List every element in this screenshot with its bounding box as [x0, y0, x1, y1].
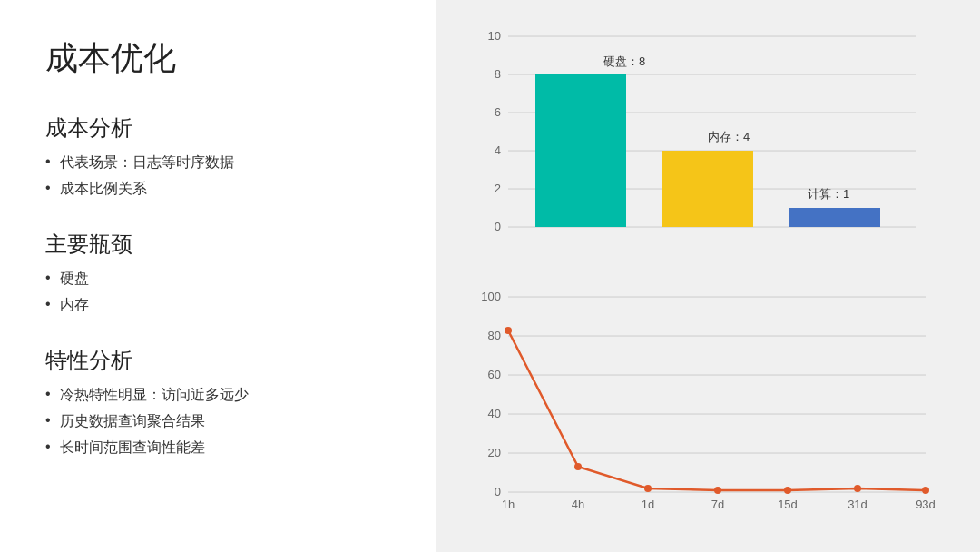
- bullet-list-1: 硬盘 内存: [45, 270, 399, 322]
- line-path: [508, 330, 926, 490]
- svg-text:4: 4: [495, 143, 501, 157]
- bullet-item: 长时间范围查询性能差: [45, 439, 399, 458]
- section-title-1: 主要瓶颈: [45, 230, 399, 259]
- left-panel: 成本优化 成本分析 代表场景：日志等时序数据 成本比例关系 主要瓶颈 硬盘 内存…: [0, 0, 436, 552]
- svg-text:计算：1: 计算：1: [808, 187, 849, 201]
- svg-text:20: 20: [488, 446, 501, 459]
- data-point: [784, 487, 791, 494]
- svg-text:60: 60: [488, 368, 501, 381]
- svg-text:10: 10: [488, 29, 501, 43]
- svg-text:1d: 1d: [642, 498, 654, 511]
- bullet-list-2: 冷热特性明显：访问近多远少 历史数据查询聚合结果 长时间范围查询性能差: [45, 386, 399, 465]
- svg-text:0: 0: [495, 485, 501, 498]
- svg-text:8: 8: [495, 67, 501, 81]
- section-title-0: 成本分析: [45, 113, 399, 143]
- bar-memory: [662, 151, 753, 227]
- svg-text:2: 2: [495, 182, 501, 195]
- bullet-item: 内存: [45, 296, 399, 315]
- bar-chart-svg: 10 8 6 4 2 0 硬盘：8 内存：4 计算：1: [463, 18, 953, 254]
- svg-text:1h: 1h: [502, 498, 514, 511]
- line-chart-svg: 100 80 60 40 20 0 1h 4h 1d 7d 15d 31d 93…: [463, 283, 953, 519]
- svg-text:100: 100: [481, 290, 501, 303]
- bar-chart-container: 10 8 6 4 2 0 硬盘：8 内存：4 计算：1: [463, 18, 953, 269]
- bullet-item: 历史数据查询聚合结果: [45, 412, 399, 431]
- svg-text:内存：4: 内存：4: [708, 130, 750, 143]
- svg-text:80: 80: [488, 329, 501, 342]
- data-point: [854, 485, 861, 492]
- data-point: [714, 487, 721, 494]
- line-chart-container: 100 80 60 40 20 0 1h 4h 1d 7d 15d 31d 93…: [463, 283, 953, 534]
- svg-text:15d: 15d: [778, 498, 798, 511]
- section-title-2: 特性分析: [45, 346, 399, 375]
- bullet-item: 成本比例关系: [45, 180, 399, 199]
- bullet-item: 硬盘: [45, 270, 399, 289]
- bullet-list-0: 代表场景：日志等时序数据 成本比例关系: [45, 153, 399, 206]
- svg-text:93d: 93d: [916, 498, 936, 511]
- data-point: [922, 487, 929, 494]
- svg-text:0: 0: [495, 220, 501, 233]
- bullet-item: 冷热特性明显：访问近多远少: [45, 386, 399, 405]
- svg-text:31d: 31d: [848, 498, 867, 511]
- svg-text:40: 40: [488, 407, 501, 420]
- data-point: [505, 327, 512, 334]
- svg-text:硬盘：8: 硬盘：8: [603, 54, 645, 68]
- bar-compute: [789, 208, 880, 227]
- svg-text:7d: 7d: [711, 498, 724, 511]
- bullet-item: 代表场景：日志等时序数据: [45, 153, 399, 172]
- data-point: [644, 485, 652, 492]
- bar-disk: [535, 74, 626, 227]
- svg-text:6: 6: [495, 105, 501, 119]
- data-point: [574, 463, 582, 470]
- svg-text:4h: 4h: [572, 498, 584, 511]
- right-panel: 10 8 6 4 2 0 硬盘：8 内存：4 计算：1: [436, 0, 980, 552]
- main-title: 成本优化: [45, 36, 399, 81]
